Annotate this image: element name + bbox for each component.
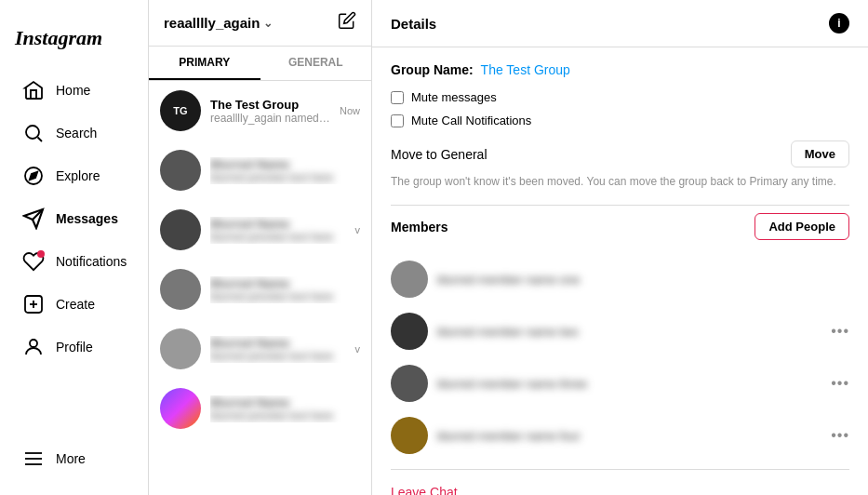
sidebar: Instagram Home Search Explore <box>0 0 149 495</box>
conv-preview: blurred preview text here <box>210 409 360 422</box>
list-item[interactable]: Blurred Name blurred preview text here <box>149 379 371 438</box>
group-avatar: TG <box>160 90 201 131</box>
member-avatar <box>391 261 428 298</box>
avatar <box>160 328 201 369</box>
avatar <box>160 209 201 250</box>
member-name: blurred member name one <box>437 273 849 287</box>
leave-chat-link[interactable]: Leave Chat <box>391 485 849 495</box>
sidebar-item-explore[interactable]: Explore <box>7 155 140 196</box>
member-avatar <box>391 365 428 402</box>
divider-2 <box>391 469 849 470</box>
conv-time: v <box>355 224 361 235</box>
member-item: blurred member name three ••• <box>391 357 849 409</box>
mute-messages-checkbox[interactable] <box>391 91 404 104</box>
mute-messages-label: Mute messages <box>411 90 497 104</box>
list-item[interactable]: Blurred Name blurred preview text here v <box>149 319 371 379</box>
svg-marker-3 <box>30 172 37 180</box>
mute-calls-label: Mute Call Notifications <box>411 114 531 127</box>
member-name: blurred member name two <box>437 325 821 339</box>
add-people-button[interactable]: Add People <box>754 213 849 240</box>
member-options-button[interactable]: ••• <box>831 323 849 340</box>
move-hint-text: The group won't know it's been moved. Yo… <box>391 173 849 190</box>
notifications-icon <box>22 250 45 273</box>
conv-name: Blurred Name <box>210 217 346 231</box>
sidebar-item-messages[interactable]: Messages <box>7 198 140 239</box>
avatar <box>160 150 201 191</box>
sidebar-item-search-label: Search <box>56 126 97 140</box>
conv-group-info: The Test Group reaalllly_again named the… <box>210 98 330 125</box>
conv-preview: blurred preview text here <box>210 231 346 244</box>
move-to-general-row: Move to General Move <box>391 140 849 167</box>
mute-calls-checkbox[interactable] <box>391 114 404 127</box>
details-panel: Details i Group Name: The Test Group Mut… <box>372 0 868 495</box>
member-avatar <box>391 313 428 350</box>
messages-header-title[interactable]: reaalllly_again ⌄ <box>164 15 273 31</box>
sidebar-item-profile-label: Profile <box>56 340 93 355</box>
details-header: Details i <box>372 0 868 47</box>
sidebar-item-notifications-label: Notifications <box>56 254 127 269</box>
logo: Instagram <box>0 15 148 69</box>
divider <box>391 205 849 206</box>
svg-point-0 <box>26 126 39 139</box>
sidebar-item-home-label: Home <box>56 83 90 98</box>
member-avatar <box>391 417 428 454</box>
leave-chat-section: Leave Chat You won't get messages from t… <box>391 485 849 495</box>
conv-time: v <box>355 343 361 355</box>
list-item[interactable]: Blurred Name blurred preview text here <box>149 140 371 200</box>
messages-username: reaalllly_again <box>164 15 260 31</box>
conv-info: Blurred Name blurred preview text here <box>210 276 360 303</box>
member-item: blurred member name one <box>391 253 849 305</box>
mute-messages-row: Mute messages <box>391 90 849 104</box>
sidebar-item-profile[interactable]: Profile <box>7 327 140 368</box>
sidebar-item-create[interactable]: Create <box>7 284 140 325</box>
explore-icon <box>22 165 45 187</box>
message-tabs: PRIMARY GENERAL <box>149 47 371 81</box>
member-item: blurred member name four ••• <box>391 409 849 462</box>
notification-dot <box>37 250 45 258</box>
conv-group-time: Now <box>340 105 360 116</box>
info-icon[interactable]: i <box>829 13 849 33</box>
conv-name: Blurred Name <box>210 276 360 290</box>
sidebar-item-more[interactable]: More <box>7 438 140 479</box>
tab-primary[interactable]: PRIMARY <box>149 47 260 80</box>
compose-icon[interactable] <box>338 11 356 34</box>
details-content: Group Name: The Test Group Mute messages… <box>372 47 868 495</box>
avatar <box>160 269 201 310</box>
svg-point-7 <box>30 340 37 347</box>
create-icon <box>22 293 45 315</box>
sidebar-item-messages-label: Messages <box>56 211 118 226</box>
home-icon <box>22 79 45 101</box>
group-name-label: Group Name: <box>391 62 474 77</box>
list-item[interactable]: Blurred Name blurred preview text here <box>149 260 371 319</box>
details-title: Details <box>391 16 436 32</box>
sidebar-item-search[interactable]: Search <box>7 113 140 154</box>
profile-icon <box>22 336 45 358</box>
move-button[interactable]: Move <box>791 140 849 167</box>
member-options-button[interactable]: ••• <box>831 375 849 392</box>
conv-info: Blurred Name blurred preview text here <box>210 217 346 244</box>
conversation-list: TG The Test Group reaalllly_again named … <box>149 81 371 495</box>
member-item: blurred member name two ••• <box>391 305 849 357</box>
group-name-row: Group Name: The Test Group <box>391 62 849 77</box>
sidebar-item-home[interactable]: Home <box>7 70 140 111</box>
conv-name: Blurred Name <box>210 157 360 171</box>
tab-general[interactable]: GENERAL <box>260 47 372 80</box>
conv-name: Blurred Name <box>210 336 346 350</box>
member-name: blurred member name four <box>437 429 821 443</box>
list-item[interactable]: Blurred Name blurred preview text here v <box>149 200 371 260</box>
sidebar-item-explore-label: Explore <box>56 168 100 183</box>
messages-icon <box>22 207 45 230</box>
conv-preview: blurred preview text here <box>210 290 360 303</box>
conv-info: Blurred Name blurred preview text here <box>210 395 360 422</box>
members-row: Members Add People <box>391 213 849 240</box>
member-options-button[interactable]: ••• <box>831 427 849 444</box>
sidebar-item-notifications[interactable]: Notifications <box>7 241 140 282</box>
conversation-item-group[interactable]: TG The Test Group reaalllly_again named … <box>149 81 371 140</box>
conv-name: Blurred Name <box>210 395 360 409</box>
chevron-down-icon: ⌄ <box>263 17 273 30</box>
group-name-value: The Test Group <box>481 62 570 77</box>
search-icon <box>22 122 45 144</box>
conv-group-preview: reaalllly_again named the gr... <box>210 112 330 125</box>
conv-preview: blurred preview text here <box>210 171 360 184</box>
conv-preview: blurred preview text here <box>210 350 346 363</box>
